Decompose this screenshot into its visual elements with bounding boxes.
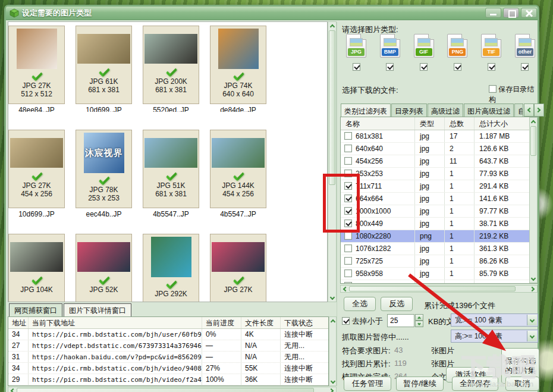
thumbnail-item[interactable]: JPG 144K454 x 2564b5547..JP bbox=[210, 130, 266, 234]
scroll-left-icon[interactable] bbox=[341, 286, 348, 292]
thumbnail-item[interactable]: JPG 27K512 x 51248ee84..JP bbox=[8, 26, 65, 130]
thumbnail-item[interactable]: JPG 27K454 x 25610d699..JP bbox=[8, 130, 65, 234]
size-column-header[interactable]: 类型 bbox=[415, 117, 445, 130]
scrollbar-thumb[interactable] bbox=[17, 388, 314, 392]
download-column-header[interactable]: 文件长度 bbox=[241, 317, 281, 328]
min-size-checkbox[interactable] bbox=[342, 317, 350, 325]
thumbnail-card[interactable]: JPG 27K454 x 256 bbox=[8, 130, 65, 208]
save-dir-structure-option[interactable]: 保存目录结构 bbox=[489, 84, 538, 105]
thumbnail-card[interactable]: 沐宸视界JPG 78K253 x 253 bbox=[76, 130, 132, 208]
download-table-row[interactable]: 34https://pic.rmb.bdstatic.com/bjh/video… bbox=[8, 363, 328, 374]
thumbnail-card[interactable]: JPG 292K bbox=[143, 234, 199, 302]
scroll-left-icon[interactable] bbox=[8, 387, 16, 392]
download-table-hscrollbar[interactable] bbox=[8, 387, 337, 392]
size-table-row[interactable]: 664x664jpg1141.6 KB bbox=[341, 193, 537, 205]
size-column-header[interactable]: 总数 bbox=[445, 117, 475, 130]
chevron-down-icon[interactable] bbox=[527, 315, 537, 325]
thumbnail-item[interactable]: JPG 104K bbox=[8, 234, 65, 302]
size-table-row[interactable]: 1080x2280png1219.2 KB bbox=[341, 230, 537, 243]
pause-resume-button[interactable]: 暂停/继续 bbox=[396, 377, 444, 391]
size-row-checkbox[interactable] bbox=[344, 257, 352, 265]
size-table-row[interactable]: 454x256jpg11643.7 KB bbox=[341, 155, 537, 168]
thumbnail-card[interactable]: JPG 52K bbox=[76, 234, 132, 302]
thumbnail-card[interactable]: JPG 104K bbox=[8, 234, 65, 302]
tab-scroll-left-icon[interactable] bbox=[524, 104, 534, 117]
scrollbar-thumb[interactable] bbox=[530, 126, 536, 156]
size-row-checkbox[interactable] bbox=[344, 132, 352, 140]
thumbnail-card[interactable]: JPG 200K681 x 381 bbox=[143, 26, 199, 104]
thumbnail-card[interactable]: JPG 61K681 x 381 bbox=[76, 26, 132, 104]
size-table-row[interactable]: 1076x1282jpg1361.3 KB bbox=[341, 243, 537, 255]
download-table-row[interactable]: 27https://vdept.bdstatic.com/673973314a3… bbox=[8, 340, 328, 352]
thumbnail-card[interactable]: JPG 51K681 x 381 bbox=[143, 130, 199, 208]
size-row-checkbox[interactable] bbox=[344, 145, 352, 152]
thumbnail-card[interactable]: JPG 27K bbox=[210, 234, 266, 302]
filter-tab-3[interactable]: 图片高级过滤 bbox=[464, 104, 514, 117]
download-table-row[interactable]: 34https://pic.rmb.bdstatic.com/bjh/user/… bbox=[8, 329, 328, 340]
minimize-button[interactable] bbox=[485, 8, 501, 18]
scroll-right-icon[interactable] bbox=[529, 286, 537, 292]
select-all-button[interactable]: 全选 bbox=[344, 297, 376, 311]
file-type-checkbox[interactable] bbox=[353, 63, 360, 71]
scroll-down-icon[interactable] bbox=[329, 378, 336, 385]
save-dir-checkbox[interactable] bbox=[489, 85, 497, 93]
thumbnail-item[interactable]: JPG 200K681 x 3815520ed..JP bbox=[143, 26, 199, 130]
download-table-row[interactable]: 34https://pic.rmb.bdstatic.com/bjh/video… bbox=[8, 385, 328, 386]
thumbnail-item[interactable]: 沐宸视界JPG 78K253 x 253eec44b..JP bbox=[76, 130, 132, 234]
file-type-checkbox[interactable] bbox=[488, 63, 495, 71]
size-row-checkbox[interactable] bbox=[344, 244, 352, 252]
thumbnail-item[interactable]: JPG 292K bbox=[143, 234, 199, 302]
tab-scroll-right-icon[interactable] bbox=[534, 104, 544, 117]
filter-tab-2[interactable]: 高级过滤 bbox=[428, 104, 463, 117]
maximize-button[interactable] bbox=[503, 8, 519, 18]
chevron-down-icon[interactable] bbox=[527, 331, 537, 341]
thumbnail-item[interactable]: JPG 27K bbox=[210, 234, 266, 302]
scroll-down-icon[interactable] bbox=[530, 275, 537, 283]
scrollbar-thumb[interactable] bbox=[329, 30, 335, 185]
size-row-checkbox[interactable] bbox=[344, 282, 352, 284]
scroll-right-icon[interactable] bbox=[328, 387, 336, 392]
download-table-row[interactable]: 29https://pic.rmb.bdstatic.com/bjh/video… bbox=[8, 374, 328, 385]
close-button[interactable] bbox=[521, 8, 537, 18]
thumbnail-card[interactable]: JPG 74K640 x 640 bbox=[210, 26, 266, 104]
size-table-row[interactable]: 640x640jpg2126.6 KB bbox=[341, 143, 537, 155]
size-table-row[interactable]: 800x449jpg138.71 KB bbox=[341, 218, 537, 230]
size-column-header[interactable]: 总计大小 bbox=[475, 117, 529, 130]
thumbnail-item[interactable]: JPG 52K bbox=[76, 234, 132, 302]
file-type-checkbox[interactable] bbox=[420, 63, 428, 71]
thumbnail-scrollbar[interactable] bbox=[328, 21, 337, 302]
thumbnail-card[interactable]: JPG 144K454 x 256 bbox=[210, 130, 266, 208]
size-table-row[interactable]: 253x253jpg177.93 KB bbox=[341, 168, 537, 180]
download-column-header[interactable]: 下载状态 bbox=[281, 317, 320, 328]
thumbnail-item[interactable]: JPG 61K681 x 38110d699..JP bbox=[76, 26, 132, 130]
filter-tab-0[interactable]: 类别过滤列表 bbox=[341, 104, 391, 117]
scroll-up-icon[interactable] bbox=[328, 22, 336, 30]
scroll-up-icon[interactable] bbox=[530, 118, 537, 126]
thumbnail-item[interactable]: JPG 51K681 x 3814b5547..JP bbox=[143, 130, 199, 234]
scroll-down-icon[interactable] bbox=[328, 294, 336, 302]
file-type-checkbox[interactable] bbox=[521, 63, 529, 71]
bottom-tab-1[interactable]: 图片下载详情窗口 bbox=[64, 303, 131, 316]
filter-tab-1[interactable]: 目录列表 bbox=[391, 104, 427, 117]
thumbnail-card[interactable]: JPG 27K512 x 512 bbox=[8, 26, 65, 104]
size-column-header[interactable]: 名称 bbox=[341, 117, 415, 130]
size-table-row[interactable]: 711x711jpg1291.4 KB bbox=[341, 180, 537, 193]
cancel-button[interactable]: 取消 bbox=[505, 377, 539, 391]
size-table-row[interactable]: 681x381jpg171.187 MB bbox=[341, 130, 537, 143]
filter-tab-4[interactable]: 自 bbox=[514, 104, 523, 117]
file-type-checkbox[interactable] bbox=[386, 63, 394, 71]
download-column-header[interactable]: 地址 bbox=[8, 317, 29, 328]
file-type-checkbox[interactable] bbox=[454, 63, 461, 71]
size-table-row[interactable]: 1000x1000jpg197.77 KB bbox=[341, 205, 537, 218]
bottom-tab-0[interactable]: 网页捕获窗口 bbox=[9, 303, 62, 316]
task-manager-button[interactable]: 任务管理 bbox=[344, 377, 391, 391]
scroll-up-icon[interactable] bbox=[329, 317, 336, 325]
download-column-header[interactable]: 当前进度 bbox=[202, 317, 241, 328]
size-table-scrollbar[interactable] bbox=[529, 117, 538, 283]
download-table-scrollbar[interactable] bbox=[329, 316, 337, 386]
download-column-header[interactable]: 当前下载地址 bbox=[29, 317, 202, 328]
size-row-checkbox[interactable] bbox=[344, 269, 352, 277]
size-row-checkbox[interactable] bbox=[344, 157, 352, 165]
size-row-checkbox[interactable] bbox=[344, 232, 352, 240]
download-table-row[interactable]: 31https://haokan.baidu.com/v?pd=pc&vid=8… bbox=[8, 352, 328, 363]
